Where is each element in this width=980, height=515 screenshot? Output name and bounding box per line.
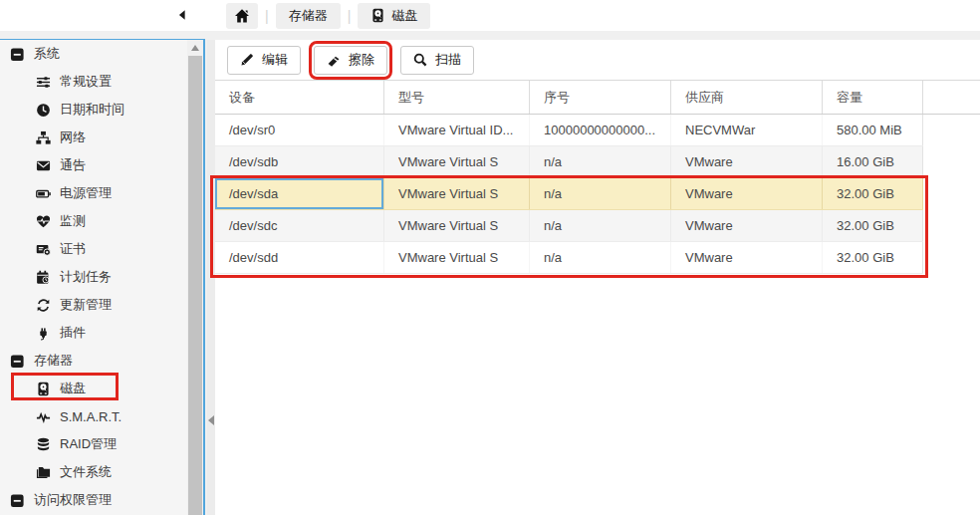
cell-vendor[interactable]: VMware	[671, 178, 823, 209]
column-header-capacity[interactable]: 容量	[823, 81, 923, 114]
cell-device[interactable]: /dev/sdb	[215, 146, 384, 177]
sidebar-scrollbar	[187, 40, 203, 515]
cell-serial[interactable]: 10000000000000...	[530, 115, 671, 145]
table-row[interactable]: /dev/sdc VMware Virtual S n/a VMware 32.…	[215, 210, 923, 242]
sidebar-item-plugins[interactable]: 插件	[0, 319, 187, 347]
cell-serial[interactable]: n/a	[530, 146, 671, 177]
cell-vendor[interactable]: VMware	[671, 146, 823, 177]
sidebar-item-date-time[interactable]: 日期和时间	[0, 96, 187, 124]
sidebar-item-notification[interactable]: 通告	[0, 151, 187, 179]
sidebar-item-disks[interactable]: 磁盘	[0, 375, 187, 402]
wipe-button[interactable]: 擦除	[314, 46, 387, 75]
sidebar-item-network[interactable]: 网络	[0, 124, 187, 151]
sidebar-item-label: 网络	[60, 129, 86, 146]
splitter-collapse-icon[interactable]	[208, 415, 214, 425]
cell-vendor[interactable]: VMware	[671, 242, 823, 273]
sidebar-item-general-settings[interactable]: 常规设置	[0, 68, 187, 96]
minus-square-icon	[10, 47, 25, 62]
sidebar-nav: 系统 常规设置 日期和时间 网络 通告 电源管理 监测 证书	[0, 40, 187, 514]
cell-device[interactable]: /dev/sdd	[215, 242, 384, 273]
cell-model[interactable]: VMware Virtual ID...	[384, 115, 530, 145]
calendar-clock-icon	[36, 270, 51, 285]
scrollbar-up-icon[interactable]	[191, 45, 199, 51]
breadcrumb-storage-label: 存储器	[289, 7, 328, 25]
edit-button-label: 编辑	[262, 51, 288, 69]
column-header-device[interactable]: 设备	[215, 81, 384, 114]
clock-icon	[36, 103, 51, 118]
column-header-filler	[923, 81, 980, 114]
sliders-icon	[36, 75, 51, 90]
sidebar-item-file-systems[interactable]: 文件系统	[0, 458, 187, 486]
sidebar-item-label: 计划任务	[60, 268, 112, 286]
certificate-icon	[36, 242, 51, 257]
top-bar: | 存储器 | 磁盘	[0, 0, 980, 31]
table-row[interactable]: /dev/sr0 VMware Virtual ID... 1000000000…	[215, 115, 923, 146]
sidebar-item-label: 磁盘	[60, 380, 86, 397]
cell-capacity[interactable]: 16.00 GiB	[823, 146, 923, 177]
cell-vendor[interactable]: VMware	[671, 210, 823, 241]
scan-button[interactable]: 扫描	[400, 46, 474, 75]
cell-serial[interactable]: n/a	[530, 178, 671, 209]
sidebar-item-smart[interactable]: S.M.A.R.T.	[0, 402, 187, 430]
sidebar-item-label: 常规设置	[60, 73, 112, 91]
sidebar-item-system[interactable]: 系统	[0, 40, 187, 68]
cell-capacity[interactable]: 32.00 GiB	[823, 210, 923, 241]
sidebar-item-label: 文件系统	[60, 463, 112, 481]
sidebar-item-power-management[interactable]: 电源管理	[0, 179, 187, 207]
cell-vendor[interactable]: NECVMWar	[671, 115, 823, 145]
eraser-icon	[327, 53, 341, 67]
main-content: 编辑 擦除 扫描 设备 型号 序号 供应商 容量 /dev/sr0 VMware…	[215, 40, 980, 515]
sitemap-icon	[36, 130, 51, 145]
sidebar-item-label: RAID管理	[60, 435, 117, 453]
sidebar-item-label: S.M.A.R.T.	[60, 409, 122, 424]
sidebar-item-scheduled-jobs[interactable]: 计划任务	[0, 263, 187, 291]
scrollbar-thumb[interactable]	[188, 56, 202, 515]
cell-device[interactable]: /dev/sr0	[215, 115, 384, 145]
sidebar-item-label: 电源管理	[60, 184, 112, 202]
column-header-serial[interactable]: 序号	[530, 81, 671, 114]
sidebar-item-label: 通告	[60, 156, 86, 174]
table-row[interactable]: /dev/sdd VMware Virtual S n/a VMware 32.…	[215, 242, 923, 274]
cell-device[interactable]: /dev/sdc	[215, 210, 384, 241]
panel-splitter[interactable]	[207, 40, 215, 515]
cell-model[interactable]: VMware Virtual S	[384, 210, 530, 241]
cell-model[interactable]: VMware Virtual S	[384, 146, 530, 177]
sidebar-item-raid-management[interactable]: RAID管理	[0, 430, 187, 458]
disks-table: 设备 型号 序号 供应商 容量 /dev/sr0 VMware Virtual …	[215, 80, 980, 274]
envelope-icon	[36, 158, 51, 173]
column-header-model[interactable]: 型号	[384, 81, 530, 114]
home-icon	[234, 8, 250, 24]
table-row[interactable]: /dev/sdb VMware Virtual S n/a VMware 16.…	[215, 146, 923, 178]
pencil-icon	[240, 53, 254, 67]
sidebar-collapse-icon[interactable]	[175, 8, 189, 22]
table-row-selected[interactable]: /dev/sda VMware Virtual S n/a VMware 32.…	[215, 178, 923, 210]
cell-capacity[interactable]: 32.00 GiB	[823, 178, 923, 209]
cell-serial[interactable]: n/a	[530, 242, 671, 273]
minus-square-icon	[10, 493, 25, 508]
sidebar-item-label: 存储器	[34, 352, 73, 370]
sidebar-item-monitoring[interactable]: 监测	[0, 207, 187, 235]
sidebar-item-update-management[interactable]: 更新管理	[0, 291, 187, 319]
sidebar-item-certificates[interactable]: 证书	[0, 235, 187, 263]
sidebar: 系统 常规设置 日期和时间 网络 通告 电源管理 监测 证书	[0, 39, 205, 515]
folder-icon	[36, 465, 51, 480]
cell-serial[interactable]: n/a	[530, 210, 671, 241]
breadcrumb-disks-label: 磁盘	[391, 7, 417, 25]
sidebar-item-label: 更新管理	[60, 296, 112, 314]
cell-capacity[interactable]: 32.00 GiB	[823, 242, 923, 273]
search-icon	[413, 53, 427, 67]
cell-device-focused[interactable]: /dev/sda	[215, 178, 384, 209]
breadcrumb-storage-button[interactable]: 存储器	[276, 3, 341, 29]
sidebar-item-storage[interactable]: 存储器	[0, 347, 187, 375]
sidebar-item-access-rights[interactable]: 访问权限管理	[0, 486, 187, 514]
sidebar-item-label: 证书	[60, 240, 86, 258]
cell-model[interactable]: VMware Virtual S	[384, 178, 530, 209]
sidebar-item-label: 系统	[34, 45, 60, 63]
cell-model[interactable]: VMware Virtual S	[384, 242, 530, 273]
wipe-button-label: 擦除	[349, 51, 374, 69]
breadcrumb-disks-button[interactable]: 磁盘	[358, 3, 430, 29]
home-button[interactable]	[226, 3, 258, 29]
column-header-vendor[interactable]: 供应商	[671, 81, 823, 114]
cell-capacity[interactable]: 580.00 MiB	[823, 115, 923, 145]
edit-button[interactable]: 编辑	[227, 46, 301, 75]
